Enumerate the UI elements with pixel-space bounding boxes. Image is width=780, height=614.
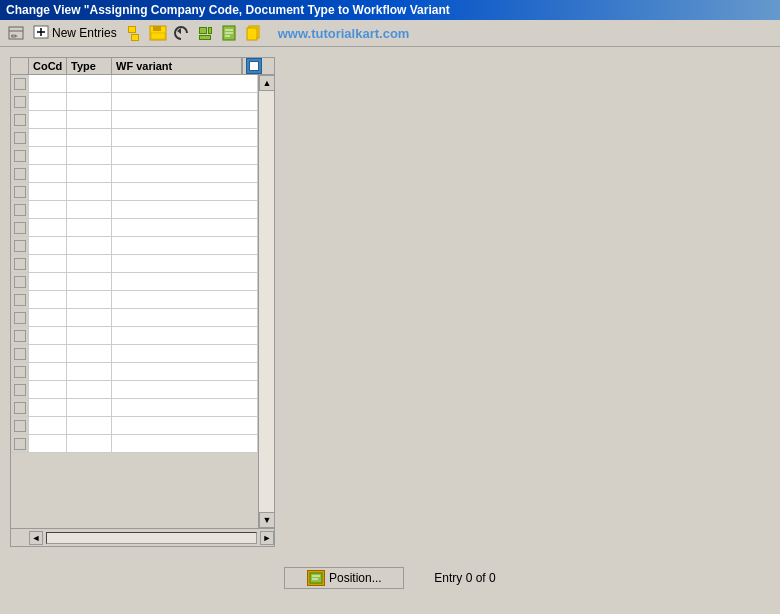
row-cell-wfvariant[interactable] [112,201,258,218]
row-checkbox[interactable] [11,381,29,398]
row-cell-cocd[interactable] [29,183,67,200]
scroll-down-button[interactable]: ▼ [259,512,274,528]
row-cell-wfvariant[interactable] [112,237,258,254]
row-cell-wfvariant[interactable] [112,327,258,344]
row-cell-type[interactable] [67,165,112,182]
pages-icon[interactable] [244,23,264,43]
row-cell-cocd[interactable] [29,291,67,308]
row-checkbox[interactable] [11,165,29,182]
row-cell-type[interactable] [67,255,112,272]
row-cell-type[interactable] [67,399,112,416]
row-cell-type[interactable] [67,147,112,164]
row-checkbox[interactable] [11,219,29,236]
row-cell-wfvariant[interactable] [112,435,258,452]
row-cell-wfvariant[interactable] [112,147,258,164]
row-cell-cocd[interactable] [29,237,67,254]
row-cell-cocd[interactable] [29,309,67,326]
row-cell-cocd[interactable] [29,219,67,236]
row-cell-cocd[interactable] [29,435,67,452]
row-cell-wfvariant[interactable] [112,93,258,110]
row-cell-cocd[interactable] [29,273,67,290]
scroll-left-button[interactable]: ◄ [29,531,43,545]
row-checkbox[interactable] [11,435,29,452]
row-cell-cocd[interactable] [29,381,67,398]
row-cell-type[interactable] [67,219,112,236]
save-icon[interactable] [148,23,168,43]
row-cell-cocd[interactable] [29,111,67,128]
row-cell-cocd[interactable] [29,345,67,362]
row-checkbox[interactable] [11,345,29,362]
row-cell-cocd[interactable] [29,129,67,146]
row-cell-type[interactable] [67,183,112,200]
row-cell-type[interactable] [67,75,112,92]
row-cell-wfvariant[interactable] [112,111,258,128]
copy-icon[interactable] [124,23,144,43]
scroll-right-button[interactable]: ► [260,531,274,545]
row-cell-cocd[interactable] [29,363,67,380]
row-cell-cocd[interactable] [29,417,67,434]
row-cell-type[interactable] [67,345,112,362]
row-checkbox[interactable] [11,147,29,164]
row-cell-wfvariant[interactable] [112,363,258,380]
row-cell-wfvariant[interactable] [112,417,258,434]
row-cell-wfvariant[interactable] [112,165,258,182]
row-cell-cocd[interactable] [29,165,67,182]
scroll-track-v[interactable] [259,91,274,512]
row-cell-cocd[interactable] [29,201,67,218]
row-checkbox[interactable] [11,399,29,416]
edit-icon[interactable]: ✏ [6,23,26,43]
row-cell-cocd[interactable] [29,327,67,344]
row-cell-cocd[interactable] [29,255,67,272]
row-checkbox[interactable] [11,183,29,200]
row-checkbox[interactable] [11,93,29,110]
row-cell-type[interactable] [67,435,112,452]
horizontal-scrollbar[interactable]: ◄ ► [29,529,274,547]
row-cell-wfvariant[interactable] [112,75,258,92]
vertical-scrollbar[interactable]: ▲ ▼ [258,75,274,528]
column-config-button[interactable] [242,58,264,74]
row-cell-wfvariant[interactable] [112,219,258,236]
row-cell-wfvariant[interactable] [112,273,258,290]
row-cell-type[interactable] [67,417,112,434]
undo-icon[interactable] [172,23,192,43]
row-cell-type[interactable] [67,111,112,128]
row-cell-type[interactable] [67,201,112,218]
row-cell-type[interactable] [67,273,112,290]
row-cell-cocd[interactable] [29,399,67,416]
doc-check-icon[interactable] [220,23,240,43]
row-checkbox[interactable] [11,309,29,326]
row-checkbox[interactable] [11,363,29,380]
row-cell-cocd[interactable] [29,93,67,110]
row-checkbox[interactable] [11,273,29,290]
row-cell-wfvariant[interactable] [112,345,258,362]
row-cell-type[interactable] [67,93,112,110]
row-cell-type[interactable] [67,237,112,254]
position-button[interactable]: Position... [284,567,404,589]
row-cell-type[interactable] [67,291,112,308]
row-checkbox[interactable] [11,201,29,218]
row-cell-cocd[interactable] [29,147,67,164]
row-cell-wfvariant[interactable] [112,255,258,272]
row-cell-wfvariant[interactable] [112,129,258,146]
row-checkbox[interactable] [11,417,29,434]
row-cell-wfvariant[interactable] [112,291,258,308]
row-checkbox[interactable] [11,111,29,128]
multi-doc-icon[interactable] [196,23,216,43]
row-cell-type[interactable] [67,327,112,344]
row-cell-type[interactable] [67,381,112,398]
row-checkbox[interactable] [11,327,29,344]
row-cell-wfvariant[interactable] [112,183,258,200]
row-cell-type[interactable] [67,309,112,326]
row-cell-type[interactable] [67,363,112,380]
row-checkbox[interactable] [11,291,29,308]
row-checkbox[interactable] [11,75,29,92]
row-cell-wfvariant[interactable] [112,309,258,326]
row-checkbox[interactable] [11,129,29,146]
scroll-track-h[interactable] [46,532,257,544]
scroll-up-button[interactable]: ▲ [259,75,274,91]
row-cell-cocd[interactable] [29,75,67,92]
new-entries-button[interactable]: New Entries [30,24,120,43]
row-cell-type[interactable] [67,129,112,146]
row-checkbox[interactable] [11,237,29,254]
row-checkbox[interactable] [11,255,29,272]
